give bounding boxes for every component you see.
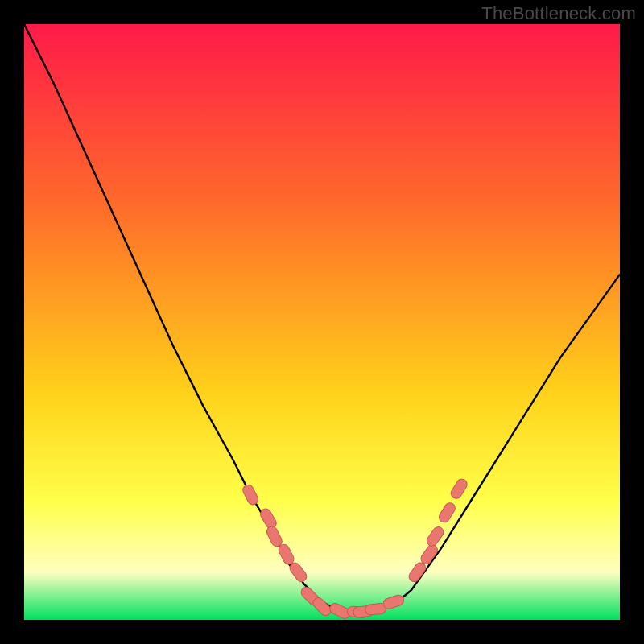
watermark-text: TheBottleneck.com	[481, 3, 636, 24]
gradient-background	[24, 24, 620, 620]
chart-frame	[24, 24, 620, 620]
bottleneck-chart	[24, 24, 620, 620]
